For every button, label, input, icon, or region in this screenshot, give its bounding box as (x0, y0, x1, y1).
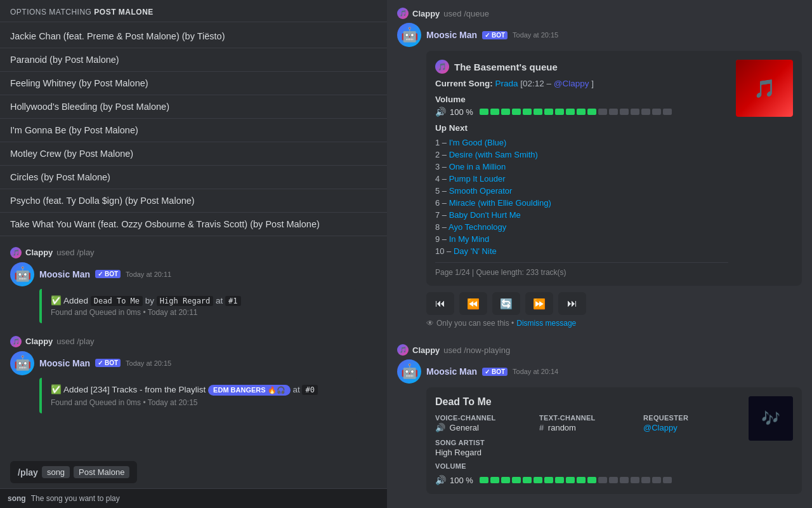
fast-forward-btn[interactable]: ⏩ (525, 292, 553, 315)
queue-bot-header: 🤖 Moosic Man ✓ BOT Today at 20:15 (397, 23, 802, 47)
queue-num: 8 – (435, 222, 449, 232)
vol-seg-filled (577, 109, 586, 115)
option-item[interactable]: Psycho (feat. Ty Dolla $ign) (by Post Ma… (0, 189, 387, 213)
queue-num: 6 – (435, 198, 449, 208)
np-bot-header: 🤖 Moosic Man ✓ BOT Today at 20:14 (397, 359, 802, 384)
queue-song-link[interactable]: Baby Don't Hurt Me (449, 210, 521, 220)
dismiss-text: Only you can see this • (436, 319, 514, 328)
embed-card-2: ✅ Added [234] Tracks - from the Playlist… (39, 378, 357, 413)
np-embed-inner: Dead To Me Voice-Channel 🔊 General (435, 396, 793, 485)
np-action-user: Clappy (412, 345, 440, 355)
eye-icon: 👁 (426, 319, 434, 328)
option-item[interactable]: Hollywood's Bleeding (by Post Malone) (0, 95, 387, 119)
msg-content-2: ✅ Added [234] Tracks - from the Playlist… (39, 378, 377, 416)
dismiss-row: 👁 Only you can see this • Dismiss messag… (426, 319, 802, 328)
queue-embed-title: 🎵 The Basement's queue (435, 60, 728, 74)
queue-song-link[interactable]: Miracle (with Ellie Goulding) (449, 198, 551, 208)
vol-seg-empty (620, 477, 629, 483)
queue-item: 9 – In My Mind (435, 233, 728, 245)
playlist-tag: EDM BANGERS 🔥🎧 (208, 385, 291, 396)
autocomplete-bar: song The song you want to play (0, 488, 387, 508)
current-song-row: Current Song: Prada [02:12 – @Clappy ] (435, 79, 728, 88)
vol-seg-empty (609, 477, 618, 483)
current-song-label: Current Song: (435, 79, 495, 88)
repeat-btn[interactable]: 🔄 (492, 292, 520, 315)
queue-action-user: Clappy (412, 9, 440, 18)
vol-seg-empty (641, 477, 650, 483)
option-item[interactable]: Circles (by Post Malone) (0, 166, 387, 189)
queue-title-icon: 🎵 (435, 60, 449, 74)
msg-group-play2: 🎵 Clappy used /play 🤖 Moosic Man ✓ BOT T… (0, 331, 387, 421)
np-artist-value: High Regard (435, 448, 741, 457)
vol-seg-empty (598, 109, 607, 115)
option-item[interactable]: Jackie Chan (feat. Preme & Post Malone) … (0, 25, 387, 48)
vol-seg-empty (663, 477, 672, 483)
vol-seg-empty (652, 477, 661, 483)
queue-num: 1 – (435, 138, 449, 147)
queue-item: 4 – Pump It Louder (435, 173, 728, 185)
queue-item: 2 – Desire (with Sam Smith) (435, 149, 728, 161)
input-area: /play song Post Malone (0, 456, 387, 488)
bot-avatar-2: 🤖 (10, 351, 34, 375)
option-item[interactable]: Paranoid (by Post Malone) (0, 48, 387, 72)
current-song-link[interactable]: Prada (495, 79, 518, 88)
option-item[interactable]: I'm Gonna Be (by Post Malone) (0, 119, 387, 142)
np-volume-bar (480, 477, 672, 483)
queue-song-link[interactable]: Ayo Technology (449, 222, 506, 232)
queue-item: 6 – Miracle (with Ellie Goulding) (435, 197, 728, 209)
volume-bar-row: 🔊 100 % (435, 107, 728, 117)
embed-sub-2: Found and Queued in 0ms • Today at 20:15 (51, 398, 348, 407)
option-item[interactable]: Feeling Whitney (by Post Malone) (0, 72, 387, 95)
np-artist-row: Song Artist High Regard (435, 439, 741, 457)
option-item[interactable]: Motley Crew (by Post Malone) (0, 142, 387, 166)
vol-seg-filled (566, 477, 575, 483)
queue-num: 4 – (435, 174, 449, 184)
np-fields: Voice-Channel 🔊 General Text-Channel (435, 414, 741, 432)
skip-forward-btn[interactable]: ⏭ (558, 292, 586, 315)
skip-back-btn[interactable]: ⏮ (426, 292, 454, 315)
left-panel: OPTIONS MATCHING Post Malone Jackie Chan… (0, 0, 387, 508)
vol-seg-filled (544, 109, 553, 115)
vol-seg-filled (480, 477, 488, 483)
queue-item: 10 – Day 'N' Nite (435, 245, 728, 257)
queue-song-link[interactable]: Pump It Louder (449, 174, 506, 184)
bot-name-1: Moosic Man (39, 269, 90, 279)
option-item[interactable]: Take What You Want (feat. Ozzy Osbourne … (0, 213, 387, 236)
queue-item: 1 – I'm Good (Blue) (435, 137, 728, 149)
np-thumb: 🎶 (749, 396, 793, 441)
autocomplete-hint: The song you want to play (31, 494, 120, 503)
queue-song-link[interactable]: I'm Good (Blue) (449, 138, 507, 147)
embed-added-1: ✅ Added Dead To Me by High Regard at #1 (51, 295, 348, 305)
volume-icon: 🔊 (435, 107, 446, 117)
queue-embed-inner: 🎵 The Basement's queue Current Song: Pra… (435, 60, 793, 277)
hash-icon: # (539, 423, 546, 432)
np-voice-label: Voice-Channel (435, 414, 533, 422)
embed-sub-1: Found and Queued in 0ms • Today at 20:11 (51, 308, 348, 317)
embed-artist-1: High Regard (157, 296, 213, 306)
queue-song-link[interactable]: Day 'N' Nite (454, 246, 497, 256)
vol-seg-filled (501, 477, 510, 483)
user-action-play1: 🎵 Clappy used /play (10, 247, 377, 258)
vol-seg-empty (631, 109, 639, 115)
bot-badge-2: ✓ BOT (95, 359, 121, 367)
queue-song-link[interactable]: Smooth Operator (449, 186, 513, 196)
rewind-btn[interactable]: ⏪ (459, 292, 487, 315)
np-requester-value: @Clappy (643, 423, 741, 432)
np-voice-value: 🔊 General (435, 423, 533, 432)
options-label: OPTIONS MATCHING (10, 8, 91, 17)
msg-ts-1: Today at 20:11 (126, 271, 171, 278)
vol-seg-filled (566, 109, 575, 115)
command-input[interactable]: /play song Post Malone (10, 461, 137, 483)
action-user-2: Clappy (25, 337, 53, 346)
action-cmd-1: used /play (56, 248, 94, 257)
np-embed-left: Dead To Me Voice-Channel 🔊 General (435, 396, 741, 485)
queue-song-link[interactable]: In My Mind (449, 234, 490, 244)
volume-bar (480, 109, 672, 115)
dismiss-link[interactable]: Dismiss message (516, 319, 576, 328)
queue-num: 9 – (435, 234, 449, 244)
queue-song-link[interactable]: Desire (with Sam Smith) (449, 150, 538, 159)
embed-at-1: at (216, 296, 225, 305)
queue-num: 2 – (435, 150, 449, 159)
embed-num-1: #1 (225, 296, 240, 306)
queue-song-link[interactable]: One in a Million (449, 162, 506, 171)
